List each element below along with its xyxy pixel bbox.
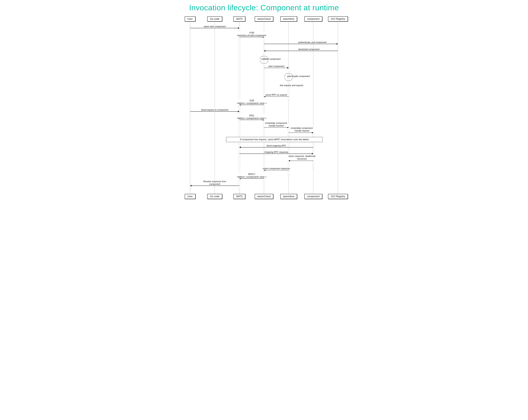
participant-component: component <box>304 16 322 22</box>
participant-user: User <box>185 16 195 22</box>
participant-wasmtime: wasmtime <box>280 16 297 22</box>
participant-ociregistry: OCI Registry <box>328 16 348 22</box>
activation-user <box>189 26 191 190</box>
participants-bottom: User Go code NATS wasmCloud wasmtime com… <box>178 194 350 199</box>
lifeline-gocode <box>215 22 215 194</box>
participant-component-b: component <box>304 194 322 199</box>
frame-imports-label: If component has imports, send wRPC invo… <box>240 138 309 141</box>
msg-precompile: precompile component <box>287 75 310 78</box>
lifeline-ociregistry <box>338 22 338 194</box>
participant-gocode-b: Go code <box>207 194 222 199</box>
msg-validate: validate component <box>261 58 281 60</box>
activation-component <box>312 130 314 169</box>
participant-nats-b: NATS <box>233 194 245 199</box>
participant-ociregistry-b: OCI Registry <box>328 194 348 199</box>
frame-imports: If component has imports, send wRPC invo… <box>226 137 323 142</box>
activation-nats <box>239 26 240 190</box>
participant-gocode: Go code <box>207 16 222 22</box>
participant-nats: NATS <box>233 16 245 22</box>
participants-top: User Go code NATS wasmCloud wasmtime com… <box>178 16 350 22</box>
participant-wasmtime-b: wasmtime <box>280 194 297 199</box>
participant-user-b: User <box>185 194 195 199</box>
sequence-diagram: User Go code NATS wasmCloud wasmtime com… <box>178 16 350 199</box>
page-title: Invocation lifecycle: Component at runti… <box>2 3 526 12</box>
participant-wasmcloud: wasmCloud <box>255 16 273 22</box>
lanes: wash start component PUB wasmbus.ctl.sta… <box>178 22 350 194</box>
activation-wasmtime-1 <box>288 66 289 99</box>
participant-wasmcloud-b: wasmCloud <box>255 194 273 199</box>
msg-link-imports: link imports and exports <box>280 84 303 87</box>
